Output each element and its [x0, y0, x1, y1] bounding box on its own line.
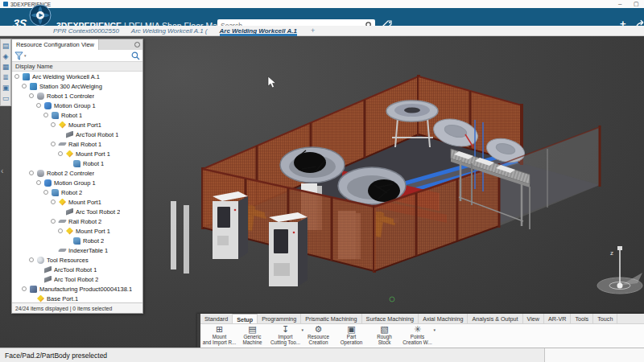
expander-icon[interactable] [51, 200, 56, 204]
robot-manipulator-widget[interactable]: z [597, 246, 642, 294]
ribbon-button[interactable]: ⚙ Resource Creation ▾ [302, 324, 335, 347]
expander-icon[interactable] [29, 93, 34, 98]
ribbon-tab[interactable]: Standard [200, 314, 233, 323]
ribbon-tab[interactable]: AR-VR [544, 314, 571, 323]
tree-row[interactable]: Motion Group 1 [12, 101, 142, 110]
panel-toggle-icon[interactable]: ▭ [1, 93, 10, 104]
document-tab[interactable]: PPR Context00002550 [53, 26, 119, 36]
expander-icon[interactable] [51, 142, 56, 146]
clipboard-icon[interactable]: ≣ [1, 72, 10, 83]
status-bar-right-section [544, 348, 644, 362]
column-header[interactable]: Display Name [12, 62, 142, 72]
ribbon-tab[interactable]: Axial Machining [419, 314, 468, 323]
tree-item-label: Arc Tool Robot 2 [54, 276, 98, 283]
tree-row[interactable]: Robot 1 [12, 158, 142, 168]
ribbon-button[interactable]: ⊞ Mount and Import R... ▾ [203, 324, 236, 347]
document-tabs: PPR Context00002550Arc Welding Workcell … [53, 26, 309, 36]
tree-row[interactable]: Arc Tool Robot 2 [12, 274, 142, 284]
tree-view-icon[interactable]: ▤ [1, 41, 10, 51]
tree-row[interactable]: Arc Tool Robot 2 [12, 207, 142, 216]
ribbon-button-icon: ▧ [380, 324, 388, 334]
tree-row[interactable]: Robot 1 [12, 110, 142, 120]
expander-icon[interactable] [14, 74, 19, 79]
tree-row[interactable]: Tool Resources [12, 255, 142, 265]
control-cabinet-2[interactable] [269, 212, 308, 286]
tree-item-icon [66, 228, 73, 235]
tree-row[interactable]: Base Port.1 [12, 294, 142, 302]
panel-search-icon[interactable] [131, 51, 140, 60]
document-tab-label: PPR Context00002550 [53, 27, 119, 35]
3d-parts-icon[interactable]: ◈ [1, 51, 10, 62]
expander-icon[interactable] [36, 103, 41, 108]
filter-dropdown-icon[interactable]: ▾ [24, 53, 27, 58]
tree-item-label: Mount Port1 [68, 199, 101, 206]
ribbon-button[interactable]: ↧ Import Cutting Too... ▾ [269, 324, 302, 347]
document-tab[interactable]: Arc Welding Workcell A.1 ( [131, 26, 208, 36]
tree-row[interactable]: Arc Welding Workcell A.1 [12, 72, 142, 81]
tree-item-label: Rail Robot 2 [68, 218, 101, 225]
tree-row[interactable]: Mount Port1 [12, 120, 142, 130]
expander-icon[interactable] [43, 113, 48, 117]
ribbon-tab[interactable]: Surface Machining [362, 314, 419, 323]
expander-icon[interactable] [58, 151, 63, 156]
dropdown-arrow-icon[interactable]: ▾ [433, 327, 436, 332]
tree-item-icon [58, 249, 67, 252]
tree-item-label: Mount Port 1 [76, 228, 110, 235]
expander-icon[interactable] [51, 219, 56, 224]
expander-icon[interactable] [51, 122, 56, 127]
expander-icon[interactable] [22, 84, 27, 88]
ribbon-tab[interactable]: Programming [258, 314, 301, 323]
tree-item-icon [66, 150, 73, 158]
panel-menu-icon[interactable] [134, 42, 140, 47]
tree-item-icon [23, 73, 30, 80]
tree-row[interactable]: Station 300 ArcWelging [12, 81, 142, 91]
tree-item-label: Robot 2 [61, 189, 82, 196]
tree-row[interactable]: Robot 1 Controler [12, 91, 142, 101]
expander-icon[interactable] [43, 190, 48, 195]
tree-row[interactable]: Motion Group 1 [12, 178, 142, 187]
tree-row[interactable]: Mount Port 1 [12, 226, 142, 236]
control-cabinet-1[interactable] [213, 191, 248, 259]
tree-row[interactable]: Rail Robot 1 [12, 139, 142, 149]
ribbon-button[interactable]: ▧ Rough Stock ▾ [368, 324, 401, 347]
tree-item-icon [73, 160, 80, 167]
tree-item-label: Motion Group 1 [54, 102, 96, 109]
tree-row[interactable]: Robot 2 Controler [12, 168, 142, 178]
new-tab-button[interactable]: + [311, 26, 315, 36]
expander-icon[interactable] [22, 286, 27, 291]
expander-icon[interactable] [58, 228, 63, 233]
tree-row[interactable]: IndexerTable 1 [12, 245, 142, 255]
collapse-panel-chevron[interactable]: ‹ [1, 167, 3, 175]
ribbon-button[interactable]: ▤ Generic Machine ▾ [236, 324, 269, 347]
expander-icon[interactable] [29, 257, 34, 262]
ribbon-tab[interactable]: View [523, 314, 544, 323]
tree-row[interactable]: ArcTool Robot 1 [12, 130, 142, 139]
grid-view-icon[interactable]: ▦ [1, 62, 10, 72]
tree-row[interactable]: Mount Port1 [12, 197, 142, 207]
document-tab[interactable]: Arc Welding Workcell A.1 [220, 26, 297, 36]
tree-item-label: Motion Group 1 [54, 179, 96, 187]
ribbon-button[interactable]: ▣ Part Operation ▾ [335, 324, 368, 347]
components-icon[interactable]: ▣ [1, 83, 10, 93]
tree-row[interactable]: Rail Robot 2 [12, 216, 142, 226]
tree-item-label: Arc Tool Robot 2 [76, 208, 120, 216]
ribbon-button-label-2: Machine [243, 339, 262, 345]
ribbon-tab[interactable]: Setup [233, 314, 258, 323]
filter-icon[interactable] [14, 51, 23, 60]
tree-row[interactable]: Manufacturing Product00004138.1 [12, 284, 142, 294]
application-window: 3DEXPERIENCE – ▢ 3S 3DEXPERIENCE | DELMI… [0, 0, 644, 362]
maximize-button[interactable]: ▢ [634, 0, 639, 8]
panel-tab[interactable]: Resource Configuration View [12, 39, 99, 50]
ribbon-tab[interactable]: Tools [571, 314, 593, 323]
tree-row[interactable]: Mount Port 1 [12, 149, 142, 158]
ribbon-tab[interactable]: Analysis & Output [468, 314, 522, 323]
minimize-button[interactable]: – [618, 0, 621, 8]
tree-row[interactable]: ArcTool Robot 1 [12, 265, 142, 274]
tree-row[interactable]: Robot 2 [12, 187, 142, 197]
ribbon-button[interactable]: ✳ Points Creation W... ▾ [401, 324, 434, 347]
tree-row[interactable]: Robot 2 [12, 236, 142, 245]
ribbon-tab[interactable]: Touch [593, 314, 617, 323]
ribbon-tab[interactable]: Prismatic Machining [301, 314, 361, 323]
expander-icon[interactable] [36, 180, 41, 185]
expander-icon[interactable] [29, 171, 34, 175]
